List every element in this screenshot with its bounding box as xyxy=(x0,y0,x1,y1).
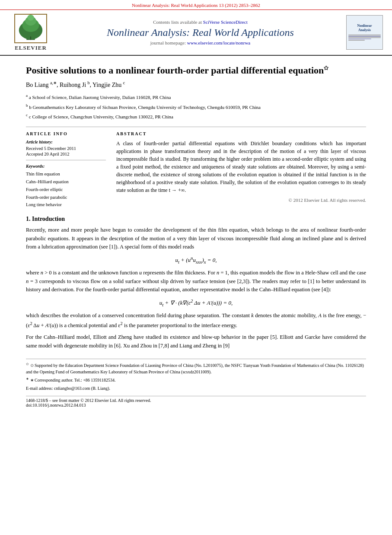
where-word: where xyxy=(26,270,39,276)
sciverse-line: Contents lists available at SciVerse Sci… xyxy=(60,19,341,25)
title-footnote-marker: ✩ xyxy=(324,65,328,71)
affiliation-c: c c College of Science, Changchun Univer… xyxy=(26,112,366,121)
article-info-heading: ARTICLE INFO xyxy=(26,131,106,136)
equation-1: ut + (unuxxx)x = 0, xyxy=(26,255,366,264)
journal-title-area: Contents lists available at SciVerse Sci… xyxy=(60,19,341,46)
intro-where-text: where n > 0 is a constant and the unknow… xyxy=(26,269,366,294)
elsevier-tree-icon xyxy=(13,13,48,44)
eq2-text: ut + ∇ · (k∇(ε2 Δu + A′(u))) = 0, xyxy=(159,298,233,307)
journal-cover-image: NonlinearAnalysis xyxy=(346,15,383,50)
accepted-date: Accepted 20 April 2012 xyxy=(26,152,106,156)
cover-decoration xyxy=(348,34,381,41)
issn-line: 1468-1218/$ – see front matter © 2012 El… xyxy=(26,398,366,403)
abstract-panel: ABSTRACT A class of fourth-order partial… xyxy=(116,131,366,209)
affiliation-a: a a School of Science, Dalian Jiaotong U… xyxy=(26,92,366,101)
journal-homepage: journal homepage: www.elsevier.com/locat… xyxy=(60,40,341,45)
intro-para-2: which describes the evolution of a conse… xyxy=(26,312,366,330)
footnote-corresponding: ∗ ∗ Corresponding author. Tel.: +86 1359… xyxy=(26,376,366,383)
sciverse-link[interactable]: SciVerse ScienceDirect xyxy=(203,19,248,25)
received-date: Received 5 December 2011 xyxy=(26,146,106,151)
journal-title: Nonlinear Analysis: Real World Applicati… xyxy=(60,26,341,39)
keywords-list: Thin film equation Cahn–Hilliard equatio… xyxy=(26,170,106,209)
footnote-email: E-mail address: cnliangbo@163.com (B. Li… xyxy=(26,385,366,392)
eq1-text: ut + (unuxxx)x = 0, xyxy=(175,255,217,264)
elsevier-wordmark: ELSEVIER xyxy=(15,45,47,51)
abstract-text: A class of fourth-order partial differen… xyxy=(116,140,366,194)
journal-header: ELSEVIER Contents lists available at Sci… xyxy=(0,10,392,56)
footnote-star: ✩ ✩ Supported by the Education Departmen… xyxy=(26,362,366,375)
keywords-label: Keywords: xyxy=(26,164,106,169)
journal-citation-bar: Nonlinear Analysis: Real World Applicati… xyxy=(0,0,392,10)
keyword-5: Long time behavior xyxy=(26,201,106,209)
info-divider xyxy=(26,160,106,160)
main-content: Positive solutions to a nonlinear fourth… xyxy=(0,56,392,416)
keyword-1: Thin film equation xyxy=(26,170,106,178)
bottom-bar: 1468-1218/$ – see front matter © 2012 El… xyxy=(26,396,366,408)
history-label: Article history: xyxy=(26,140,106,144)
elsevier-logo-area: ELSEVIER xyxy=(7,13,54,51)
affiliation-b: b b Geomathematics Key Laboratory of Sic… xyxy=(26,102,366,111)
article-info-panel: ARTICLE INFO Article history: Received 5… xyxy=(26,131,106,209)
authors-line: Bo Liang a,∗, Ruihong Ji b, Yingjie Zhu … xyxy=(26,80,366,89)
keyword-4: Fourth-order parabolic xyxy=(26,194,106,201)
journal-citation-text: Nonlinear Analysis: Real World Applicati… xyxy=(132,3,260,8)
affiliations-block: a a School of Science, Dalian Jiaotong U… xyxy=(26,92,366,121)
section-1-heading: 1. Introduction xyxy=(26,216,366,223)
abstract-heading: ABSTRACT xyxy=(116,131,366,136)
equation-2: ut + ∇ · (k∇(ε2 Δu + A′(u))) = 0, xyxy=(26,298,366,307)
doi-line: doi:10.1016/j.nonrwa.2012.04.013 xyxy=(26,403,366,408)
intro-para-1: Recently, more and more people have begu… xyxy=(26,226,366,251)
keyword-3: Fourth-order elliptic xyxy=(26,186,106,194)
journal-cover-area: NonlinearAnalysis xyxy=(346,15,385,50)
intro-para-3: For the Cahn–Hilliard model, Elliott and… xyxy=(26,333,366,350)
homepage-link[interactable]: www.elsevier.com/locate/nonrwa xyxy=(187,40,251,45)
elsevier-logo: ELSEVIER xyxy=(7,13,54,51)
svg-point-4 xyxy=(27,15,34,21)
section-1: 1. Introduction Recently, more and more … xyxy=(26,216,366,350)
footnotes-section: ✩ ✩ Supported by the Education Departmen… xyxy=(26,359,366,392)
copyright-line: © 2012 Elsevier Ltd. All rights reserved… xyxy=(116,197,366,203)
info-abstract-section: ARTICLE INFO Article history: Received 5… xyxy=(26,127,366,209)
keyword-2: Cahn–Hilliard equation xyxy=(26,178,106,186)
article-title: Positive solutions to a nonlinear fourth… xyxy=(26,64,366,77)
cover-title-text: NonlinearAnalysis xyxy=(357,24,372,32)
